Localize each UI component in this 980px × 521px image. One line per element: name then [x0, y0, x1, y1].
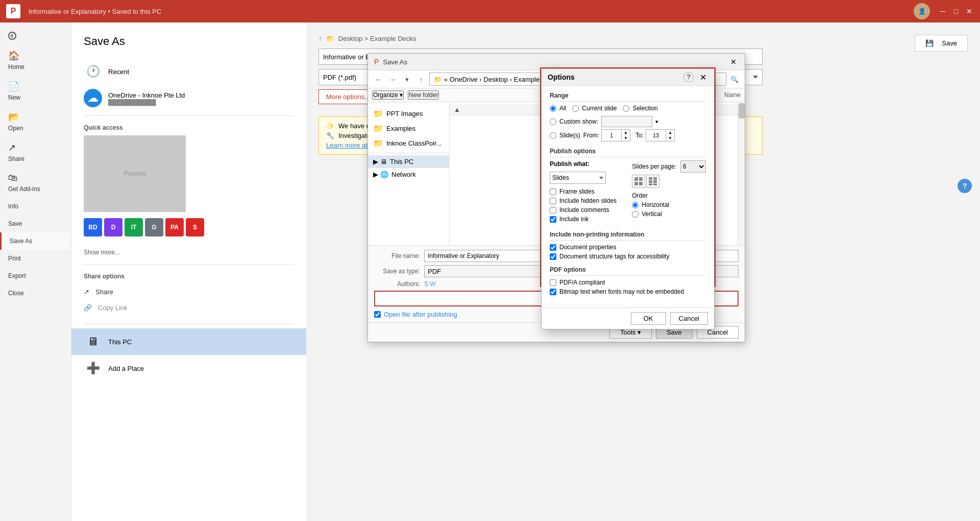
minimize-button[interactable]: ─ [938, 7, 947, 16]
frame-slides-checkbox[interactable] [550, 188, 556, 195]
save-button-right[interactable]: 💾 💾 Save Save [915, 35, 968, 52]
add-place-location[interactable]: ➕ Add a Place [71, 355, 306, 382]
doc-structure-checkbox[interactable] [550, 253, 556, 260]
show-more-button[interactable]: Show more... [71, 245, 306, 260]
file-dialog-close-button[interactable]: ✕ [728, 57, 739, 67]
this-pc-nav-icon: 🖥 [380, 158, 387, 165]
vertical-radio[interactable] [632, 211, 639, 218]
open-after-checkbox[interactable] [374, 311, 381, 318]
help-button[interactable]: ? [958, 179, 972, 193]
close-button[interactable]: ✕ [965, 7, 974, 16]
tab-it[interactable]: IT [125, 218, 143, 236]
pdf-a-row: PDF/A compliant [550, 279, 706, 286]
sidebar-item-open[interactable]: 📂 Open [0, 106, 71, 137]
slides-per-page-select[interactable]: 6 [680, 160, 706, 173]
bitmap-checkbox[interactable] [550, 289, 556, 295]
sidebar-item-home[interactable]: 🏠 Home [0, 45, 71, 76]
to-spinner[interactable]: ▲ ▼ [646, 129, 675, 141]
sidebar-network[interactable]: ▶ 🌐 Network [368, 168, 449, 181]
from-up-button[interactable]: ▲ [622, 130, 630, 135]
sidebar-item-addins[interactable]: 🛍 Get Add-ins [0, 168, 71, 198]
sidebar-item-save[interactable]: Save [0, 215, 71, 232]
publish-what-select[interactable]: Slides [550, 172, 606, 184]
copy-link-item[interactable]: 🔗 Copy Link [84, 300, 294, 316]
options-close-button[interactable]: ✕ [698, 72, 708, 82]
selection-label: Selection [632, 105, 657, 112]
recent-location[interactable]: 🕐 Recent [71, 58, 306, 85]
current-slide-radio-row: Current slide [572, 105, 617, 112]
sidebar-item-export[interactable]: Export [0, 267, 71, 285]
options-title: Options [548, 73, 679, 81]
from-input[interactable] [602, 130, 621, 141]
current-slide-radio[interactable] [572, 105, 579, 112]
sidebar-ppt-images[interactable]: 📁 PPT Images [368, 106, 449, 121]
sidebar-inknoe[interactable]: 📁 Inknoe ClassPoir... [368, 136, 449, 151]
sidebar-item-share[interactable]: ↗ Share [0, 137, 71, 168]
sidebar-item-close[interactable]: Close [0, 285, 71, 302]
organize-button[interactable]: Organize ▾ [372, 90, 404, 100]
nav-back-button[interactable]: ← [372, 73, 384, 85]
tab-g[interactable]: G [145, 218, 163, 236]
svg-rect-9 [649, 183, 652, 185]
order-section: Order Horizontal Vertical [632, 192, 706, 218]
pdf-a-checkbox[interactable] [550, 279, 556, 286]
file-dialog-sidebar: 📁 PPT Images 📁 Examples 📁 Inknoe ClassPo… [368, 102, 450, 245]
share-item[interactable]: ↗ Share [84, 284, 294, 300]
nav-up-icon[interactable]: ↑ [318, 35, 322, 42]
options-ok-button[interactable]: OK [631, 312, 666, 325]
from-down-button[interactable]: ▼ [622, 135, 630, 141]
slides-radio[interactable] [550, 132, 556, 139]
folder-breadcrumb-icon: 📁 [326, 35, 334, 42]
comments-row: Include comments [550, 206, 617, 214]
frame-slides-label: Frame slides [559, 188, 595, 195]
restore-button[interactable]: □ [951, 7, 961, 16]
doc-properties-checkbox[interactable] [550, 244, 556, 251]
horizontal-label: Horizontal [642, 201, 669, 208]
layout-icon-2[interactable] [646, 175, 659, 188]
app-title: Informative or Explanatory • Saved to th… [29, 8, 161, 15]
divider-2 [84, 264, 294, 265]
options-help-button[interactable]: ? [683, 72, 694, 82]
to-up-button[interactable]: ▲ [666, 130, 674, 135]
options-cancel-button[interactable]: Cancel [670, 312, 708, 325]
recent-files-tabs: BD D IT G PA S [84, 218, 294, 236]
sidebar-item-save-as[interactable]: Save As [0, 232, 71, 250]
include-ink-checkbox[interactable] [550, 216, 556, 223]
publish-what-label: Publish what: [550, 160, 591, 168]
to-input[interactable] [646, 130, 666, 141]
tab-d[interactable]: D [104, 218, 122, 236]
custom-show-input[interactable] [601, 116, 652, 127]
all-radio[interactable] [550, 105, 556, 112]
this-pc-location[interactable]: 🖥 This PC [71, 328, 306, 355]
folder-examples-icon: 📁 [373, 124, 383, 133]
nav-forward-button[interactable]: → [386, 73, 399, 85]
share-options-section: Share options ↗ Share 🔗 Copy Link [71, 269, 306, 320]
horizontal-radio-row: Horizontal [632, 201, 706, 208]
to-down-button[interactable]: ▼ [666, 135, 674, 141]
back-button[interactable] [0, 27, 71, 45]
selection-radio[interactable] [623, 105, 629, 112]
sidebar-item-new[interactable]: 📄 New [0, 76, 71, 106]
sidebar-item-print[interactable]: Print [0, 250, 71, 267]
tab-bd[interactable]: BD [84, 218, 102, 236]
from-spinner[interactable]: ▲ ▼ [601, 129, 630, 141]
include-comments-label: Include comments [559, 206, 609, 214]
nav-dropdown-button[interactable]: ▾ [401, 73, 413, 85]
include-comments-checkbox[interactable] [550, 207, 556, 214]
network-expand-icon: ▶ [373, 171, 378, 178]
sidebar-item-info[interactable]: Info [0, 198, 71, 215]
nav-up-button[interactable]: ↑ [415, 73, 427, 85]
layout-icon-1[interactable] [632, 175, 645, 188]
new-folder-dialog-button[interactable]: New folder [408, 90, 439, 100]
search-button[interactable]: 🔍 [728, 73, 741, 85]
tab-pa[interactable]: PA [165, 218, 184, 236]
onedrive-location[interactable]: ☁ OneDrive - Inknoe Pte Ltd ████████████ [71, 85, 306, 111]
sidebar-examples[interactable]: 📁 Examples [368, 121, 449, 136]
svg-rect-1 [634, 177, 638, 181]
main-scrollbar[interactable] [738, 102, 745, 245]
tab-s[interactable]: S [186, 218, 204, 236]
horizontal-radio[interactable] [632, 202, 639, 208]
sidebar-this-pc[interactable]: ▶ 🖥 This PC [368, 155, 449, 168]
hidden-slides-checkbox[interactable] [550, 198, 556, 204]
custom-show-radio[interactable] [550, 119, 556, 125]
